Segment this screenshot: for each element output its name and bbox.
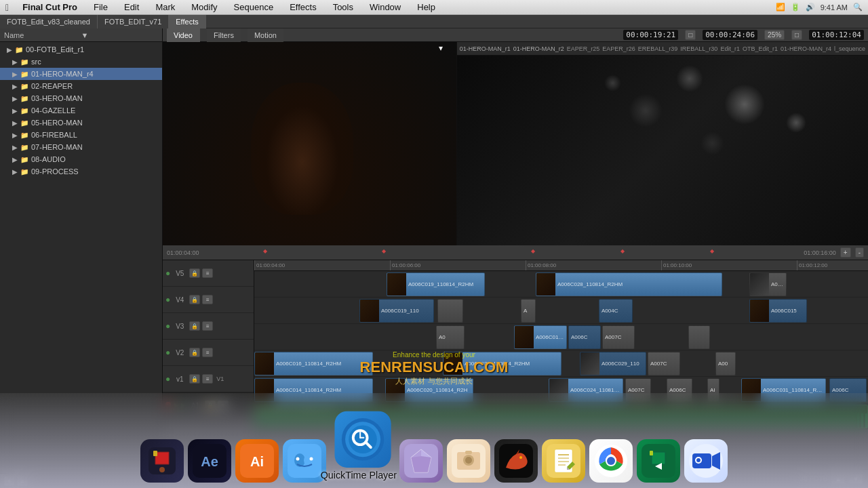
right-video-viewer[interactable] (457, 56, 868, 245)
rp-tab3[interactable]: EAPER_r25 (567, 45, 600, 52)
v3-enable-icon[interactable]: ● (165, 321, 170, 331)
menu-file[interactable]: File (91, 2, 111, 12)
dock-item-ae[interactable]: Ae (188, 439, 231, 483)
file-item-hero5[interactable]: ▶ 📁 05-HERO-MAN (0, 117, 162, 129)
dock-item-dragon[interactable] (494, 439, 538, 483)
menu-tools[interactable]: Tools (330, 2, 356, 12)
folder-expand-icon-fireball[interactable]: ▶ (12, 131, 18, 139)
v2-lock-btn[interactable]: 🔒 (189, 348, 200, 357)
menu-window[interactable]: Window (367, 2, 403, 12)
dock-item-finder[interactable] (283, 439, 326, 483)
left-video-viewer[interactable]: ▾ (163, 42, 456, 245)
clip-v5-1[interactable]: A006C019_110814_R2HM (387, 272, 485, 296)
menu-finalcutpro[interactable]: Final Cut Pro (20, 2, 80, 12)
tab-effects[interactable]: Effects (169, 15, 205, 28)
clip-v3-3[interactable]: A006C (568, 325, 601, 349)
file-item-process[interactable]: ▶ 📁 09-PROCESS (0, 165, 162, 178)
panel-expand-icon[interactable]: ▼ (81, 31, 159, 39)
dock-item-qt7[interactable]: QuickTime Player 7 (321, 411, 405, 480)
menu-sequence[interactable]: Sequence (231, 2, 277, 12)
clip-v4-5[interactable]: A006C015 (749, 299, 807, 323)
dock-item-pages[interactable] (542, 439, 585, 483)
rp-tab9[interactable]: 01-HERO-MAN_r4 (781, 45, 831, 52)
clip-v3-5[interactable] (688, 325, 710, 349)
file-item-hero7[interactable]: ▶ 📁 07-HERO-MAN (0, 141, 162, 153)
rp-tab8[interactable]: OTB_Edit_r1 (743, 45, 778, 52)
v1a-enable-icon[interactable]: ● (165, 374, 170, 384)
menu-help[interactable]: Help (414, 2, 438, 12)
zoom-button[interactable]: 25% (764, 30, 785, 40)
v4-enable-icon[interactable]: ● (165, 295, 170, 304)
menu-edit[interactable]: Edit (121, 2, 142, 12)
clip-v2-2[interactable]: A006C033_110814_R2HM (443, 352, 561, 375)
clip-v3-4[interactable]: A007C (602, 325, 635, 349)
v1a-lock-btn[interactable]: 🔒 (189, 374, 200, 384)
folder-expand-icon-reaper[interactable]: ▶ (12, 83, 18, 90)
v2-options-btn[interactable]: ≡ (202, 348, 213, 357)
clip-v3-2[interactable]: A006C019_ (514, 325, 567, 349)
timeline-zoom-in[interactable]: + (840, 247, 851, 258)
dock-item-crystal[interactable] (399, 439, 443, 483)
dock-item-ai[interactable]: Ai (235, 439, 279, 483)
file-item-reaper[interactable]: ▶ 📁 02-REAPER (0, 80, 162, 92)
v5-lock-btn[interactable]: 🔒 (189, 268, 200, 278)
folder-expand-icon-gazelle[interactable]: ▶ (12, 107, 18, 115)
clip-v2-1[interactable]: A006C016_110814_R2HM (254, 352, 373, 375)
dock-item-fcpx[interactable] (637, 439, 680, 483)
v3-options-btn[interactable]: ≡ (202, 321, 213, 331)
clip-v4-3[interactable]: A (521, 299, 536, 323)
file-item-fotb[interactable]: ▶ 📁 00-FOTB_Edit_r1 (0, 43, 162, 56)
folder-expand-icon[interactable]: ▶ (7, 46, 12, 54)
tab-fotb-edit[interactable]: FOTB_Edit_v83_cleaned (0, 15, 98, 28)
dock-item-fcp[interactable] (140, 439, 184, 483)
fullscreen-button[interactable]: □ (791, 30, 802, 40)
file-item-audio[interactable]: ▶ 📁 08-AUDIO (0, 153, 162, 165)
clip-v5-2[interactable]: A006C028_110814_R2HM (536, 272, 722, 296)
folder-expand-icon-src[interactable]: ▶ (12, 58, 18, 66)
folder-expand-icon-hero7[interactable]: ▶ (12, 144, 18, 151)
v3-lock-btn[interactable]: 🔒 (189, 321, 200, 331)
clip-v3-1[interactable]: A0 (436, 325, 465, 349)
rp-tab6[interactable]: IREBALL_r30 (680, 45, 717, 52)
sub-tab-filters[interactable]: Filters (207, 28, 241, 42)
right-timecode-display[interactable]: 00:00:24:06 (703, 30, 757, 40)
v1a-options-btn[interactable]: ≡ (202, 374, 213, 384)
rp-tab2[interactable]: 01-HERO-MAN_r2 (513, 45, 564, 52)
folder-expand-icon-process[interactable]: ▶ (12, 168, 18, 176)
clip-v2-5[interactable]: A00 (715, 352, 736, 375)
rp-tab7[interactable]: Edit_r1 (720, 45, 740, 52)
apple-menu[interactable]:  (5, 2, 9, 13)
sub-tab-motion[interactable]: Motion (248, 28, 283, 42)
clip-v4-4[interactable]: A004C (599, 299, 633, 323)
spotlight-icon[interactable]: 🔍 (853, 3, 863, 12)
file-item-src[interactable]: ▶ 📁 src (0, 56, 162, 68)
clip-v4-2[interactable] (437, 299, 463, 323)
menu-modify[interactable]: Modify (189, 2, 220, 12)
tab-fotb-v71[interactable]: FOTB_EDIT_v71 (98, 15, 169, 28)
rp-tab10[interactable]: l_sequence (834, 45, 865, 52)
v5-options-btn[interactable]: ≡ (202, 268, 213, 278)
file-item-hero1[interactable]: ▶ 📁 01-HERO-MAN_r4 (0, 68, 162, 80)
v2-enable-icon[interactable]: ● (165, 348, 170, 357)
menu-mark[interactable]: Mark (153, 2, 178, 12)
dock-item-chrome[interactable] (589, 439, 633, 483)
clip-v4-1[interactable]: A006C019_110 (359, 299, 434, 323)
v4-options-btn[interactable]: ≡ (202, 295, 213, 304)
rp-tab4[interactable]: EAPER_r26 (602, 45, 635, 52)
rp-tab1[interactable]: 01-HERO-MAN_r1 (460, 45, 511, 52)
rp-tab5[interactable]: EREBALL_r39 (638, 45, 678, 52)
menu-effects[interactable]: Effects (287, 2, 319, 12)
file-item-gazelle[interactable]: ▶ 📁 04-GAZELLE (0, 104, 162, 117)
left-timecode-display[interactable]: 00:00:19:21 (623, 30, 678, 40)
folder-expand-icon-hero1[interactable]: ▶ (12, 70, 18, 78)
clip-v2-3[interactable]: A006C029_110 (580, 352, 646, 375)
fit-button[interactable]: □ (685, 30, 696, 40)
file-item-hero3[interactable]: ▶ 📁 03-HERO-MAN (0, 92, 162, 104)
v4-lock-btn[interactable]: 🔒 (189, 295, 200, 304)
file-item-fireball[interactable]: ▶ 📁 06-FIREBALL (0, 129, 162, 141)
dock-item-zoom[interactable] (684, 439, 728, 483)
folder-expand-icon-hero5[interactable]: ▶ (12, 119, 18, 127)
v5-enable-icon[interactable]: ● (165, 268, 170, 278)
folder-expand-icon-hero3[interactable]: ▶ (12, 95, 18, 102)
sub-tab-video[interactable]: Video (167, 28, 200, 42)
